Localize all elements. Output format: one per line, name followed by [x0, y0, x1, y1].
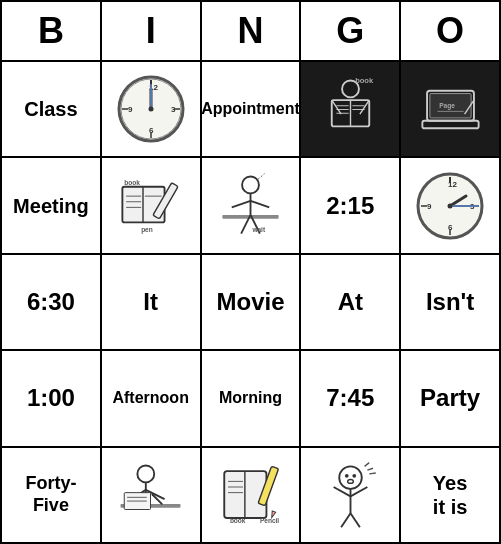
header-o: O: [401, 2, 499, 60]
person-sitting-svg: wait: [213, 168, 288, 243]
cell-745-text: 7:45: [326, 384, 374, 412]
bingo-grid: Class 12 3 6 9: [2, 62, 499, 542]
cell-appointment-text: Appointment: [202, 100, 300, 118]
svg-point-62: [138, 466, 155, 483]
cell-person-reading: book: [301, 62, 401, 156]
svg-point-82: [352, 474, 356, 478]
svg-text:3: 3: [171, 105, 176, 114]
cell-meeting-text: Meeting: [13, 194, 89, 218]
cell-it: It: [102, 255, 202, 349]
cell-laptop: Page: [401, 62, 499, 156]
svg-point-61: [448, 203, 453, 208]
cell-afternoon: Afternoon: [102, 351, 202, 445]
cell-movie-text: Movie: [216, 288, 284, 316]
cell-215: 2:15: [301, 158, 401, 252]
svg-point-81: [345, 474, 349, 478]
cell-clock-215: 12 3 6 9: [401, 158, 499, 252]
clock-215-svg: 12 3 6 9: [414, 170, 486, 242]
svg-text:6: 6: [448, 223, 453, 232]
cell-100: 1:00: [2, 351, 102, 445]
row-5: Forty-Five: [2, 448, 499, 542]
bingo-card: B I N G O Class: [0, 0, 501, 544]
cell-morning: Morning: [202, 351, 302, 445]
svg-text:pen: pen: [141, 226, 153, 234]
cell-movie: Movie: [202, 255, 302, 349]
svg-point-12: [148, 107, 153, 112]
header-b: B: [2, 2, 102, 60]
book-pencil-svg: book Pencil: [213, 457, 288, 532]
svg-point-80: [339, 467, 362, 490]
cell-yes-it-is-text: Yesit is: [433, 471, 467, 519]
svg-line-90: [369, 473, 376, 474]
cell-630: 6:30: [2, 255, 102, 349]
svg-text:9: 9: [427, 202, 432, 211]
svg-line-87: [341, 514, 350, 528]
cell-forty-five-text: Forty-Five: [25, 473, 76, 516]
svg-line-88: [350, 514, 359, 528]
svg-point-41: [242, 177, 259, 194]
cell-meeting: Meeting: [2, 158, 102, 252]
cell-appointment: Appointment: [202, 62, 302, 156]
bingo-header: B I N G O: [2, 2, 499, 62]
cell-at: At: [301, 255, 401, 349]
cell-class-text: Class: [24, 97, 77, 121]
svg-line-48: [258, 174, 265, 180]
svg-text:Pencil: Pencil: [260, 517, 279, 524]
cell-isnt-text: Isn't: [426, 288, 474, 316]
cell-morning-text: Morning: [219, 389, 282, 407]
cell-isnt: Isn't: [401, 255, 499, 349]
cell-100-text: 1:00: [27, 384, 75, 412]
person-reading-svg: book: [313, 72, 388, 147]
clock-12-svg: 12 3 6 9: [115, 73, 187, 145]
svg-line-44: [250, 201, 269, 208]
svg-text:book: book: [355, 76, 374, 85]
cell-at-text: At: [338, 288, 363, 316]
person-writing-svg: [113, 457, 188, 532]
header-i: I: [102, 2, 202, 60]
svg-text:9: 9: [128, 105, 133, 114]
cell-forty-five: Forty-Five: [2, 448, 102, 542]
row-1: Class 12 3 6 9: [2, 62, 499, 158]
svg-point-83: [347, 480, 353, 484]
svg-text:book: book: [124, 179, 140, 186]
header-g: G: [301, 2, 401, 60]
cell-630-text: 6:30: [27, 288, 75, 316]
cell-person-writing: [102, 448, 202, 542]
svg-text:wait: wait: [251, 226, 266, 233]
cell-book-pen: book pen: [102, 158, 202, 252]
row-3: 6:30 It Movie At Isn't: [2, 255, 499, 351]
cell-clock-12: 12 3 6 9: [102, 62, 202, 156]
header-n: N: [202, 2, 302, 60]
cell-person-sitting: wait: [202, 158, 302, 252]
cell-person-thinking: [301, 448, 401, 542]
laptop-svg: Page: [413, 72, 488, 147]
svg-line-89: [364, 463, 369, 467]
row-4: 1:00 Afternoon Morning 7:45 Party: [2, 351, 499, 447]
cell-yes-it-is: Yesit is: [401, 448, 499, 542]
cell-it-text: It: [143, 288, 158, 316]
svg-text:6: 6: [149, 126, 154, 135]
cell-745: 7:45: [301, 351, 401, 445]
cell-party: Party: [401, 351, 499, 445]
cell-party-text: Party: [420, 384, 480, 412]
svg-text:Page: Page: [439, 101, 455, 109]
book-pen-svg: book pen: [113, 168, 188, 243]
cell-class: Class: [2, 62, 102, 156]
svg-line-91: [367, 469, 373, 471]
row-2: Meeting book pen: [2, 158, 499, 254]
cell-book-pencil: book Pencil: [202, 448, 302, 542]
svg-line-43: [232, 201, 251, 208]
person-thinking-svg: [313, 457, 388, 532]
cell-afternoon-text: Afternoon: [112, 389, 188, 407]
cell-215-text: 2:15: [326, 192, 374, 220]
svg-text:12: 12: [448, 180, 457, 189]
svg-text:book: book: [230, 517, 246, 524]
